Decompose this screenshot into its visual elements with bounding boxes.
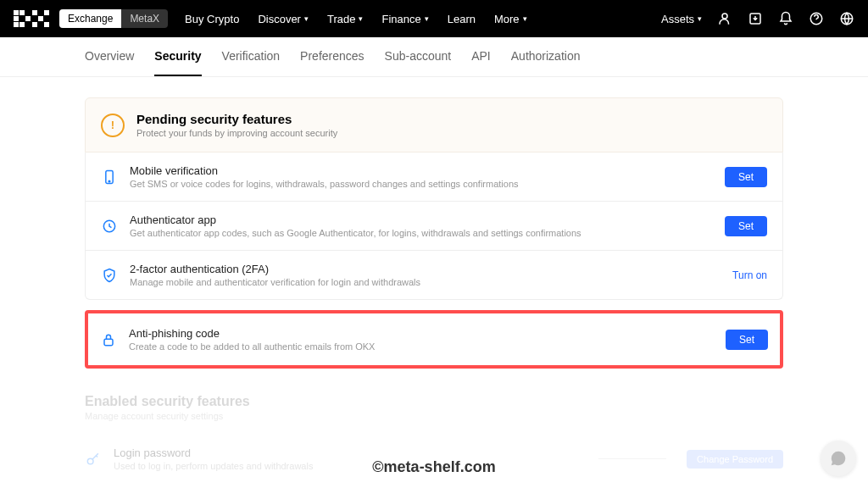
bell-icon[interactable] <box>778 11 793 26</box>
turn-on-link[interactable]: Turn on <box>732 269 767 281</box>
tab-sub-account[interactable]: Sub-account <box>385 37 452 76</box>
chevron-down-icon: ▾ <box>359 14 363 23</box>
warning-icon: ! <box>101 114 125 137</box>
feature-anti-phishing: Anti-phishing code Create a code to be a… <box>88 313 780 365</box>
feature-title: Login password <box>114 446 587 459</box>
enabled-title: Enabled security features <box>85 394 783 409</box>
feature-2fa: 2-factor authentication (2FA) Manage mob… <box>86 250 782 299</box>
lock-icon <box>100 331 117 348</box>
feature-title: Mobile verification <box>130 164 713 177</box>
user-icon[interactable] <box>717 11 732 26</box>
pending-banner: ! Pending security features Protect your… <box>85 97 783 152</box>
set-button[interactable]: Set <box>725 167 767 187</box>
feature-title: Anti-phishing code <box>129 327 714 340</box>
brand-logo[interactable] <box>14 10 49 27</box>
pending-title: Pending security features <box>136 112 337 126</box>
anti-phishing-highlight: Anti-phishing code Create a code to be a… <box>85 310 783 369</box>
chevron-down-icon: ▾ <box>304 14 309 23</box>
authenticator-icon <box>101 218 118 235</box>
phone-icon <box>101 169 118 186</box>
chevron-down-icon: ▾ <box>425 14 429 23</box>
nav-links: Buy Crypto Discover▾ Trade▾ Finance▾ Lea… <box>185 13 527 25</box>
tab-verification[interactable]: Verification <box>222 37 280 76</box>
help-icon[interactable] <box>809 11 824 26</box>
nav-assets[interactable]: Assets▾ <box>661 13 702 25</box>
svg-point-5 <box>108 180 110 182</box>
shield-icon <box>101 267 118 284</box>
tab-security[interactable]: Security <box>154 37 201 76</box>
svg-point-8 <box>87 458 93 464</box>
feature-desc: Used to log in, perform updates and with… <box>114 461 587 471</box>
nav-more[interactable]: More▾ <box>494 13 527 25</box>
enabled-subtitle: Manage account security settings <box>85 411 783 421</box>
toggle-exchange[interactable]: Exchange <box>59 9 121 28</box>
nav-discover[interactable]: Discover▾ <box>258 13 309 25</box>
feature-desc: Manage mobile and authenticator verifica… <box>130 277 721 287</box>
watermark: ©meta-shelf.com <box>372 458 495 476</box>
pending-subtitle: Protect your funds by improving account … <box>136 128 337 138</box>
feature-email-verification: Email verification Used to verify for lo… <box>85 481 783 488</box>
account-tabs: Overview Security Verification Preferenc… <box>0 37 868 77</box>
top-navbar: Exchange MetaX Buy Crypto Discover▾ Trad… <box>0 0 868 37</box>
tab-api[interactable]: API <box>471 37 491 76</box>
tab-preferences[interactable]: Preferences <box>300 37 364 76</box>
feature-title: 2-factor authentication (2FA) <box>130 263 721 275</box>
chevron-down-icon: ▾ <box>698 14 702 23</box>
feature-mobile-verification: Mobile verification Get SMS or voice cod… <box>86 152 782 201</box>
feature-authenticator-app: Authenticator app Get authenticator app … <box>86 201 782 250</box>
nav-learn[interactable]: Learn <box>448 13 476 25</box>
globe-icon[interactable] <box>839 11 854 26</box>
feature-desc: Create a code to be added to all authent… <box>129 341 714 352</box>
key-icon <box>85 451 102 468</box>
nav-right: Assets▾ <box>661 11 854 26</box>
svg-rect-7 <box>104 339 113 346</box>
toggle-metax[interactable]: MetaX <box>121 9 168 28</box>
nav-finance[interactable]: Finance▾ <box>381 13 428 25</box>
feature-desc: Get authenticator app codes, such as Goo… <box>130 228 713 238</box>
change-password-button[interactable]: Change Password <box>687 450 783 469</box>
feature-desc: Get SMS or voice codes for logins, withd… <box>130 179 713 189</box>
feature-title: Authenticator app <box>130 214 713 226</box>
set-button[interactable]: Set <box>726 330 768 350</box>
content-area: ! Pending security features Protect your… <box>0 77 868 488</box>
download-icon[interactable] <box>748 11 763 26</box>
nav-buy-crypto[interactable]: Buy Crypto <box>185 13 239 25</box>
mode-toggle: Exchange MetaX <box>59 9 168 28</box>
set-button[interactable]: Set <box>725 216 767 236</box>
tab-overview[interactable]: Overview <box>85 37 134 76</box>
chevron-down-icon: ▾ <box>523 14 527 23</box>
chat-bubble-icon[interactable] <box>821 441 856 476</box>
svg-point-0 <box>722 14 727 19</box>
tab-authorization[interactable]: Authorization <box>511 37 581 76</box>
pending-feature-list: Mobile verification Get SMS or voice cod… <box>85 152 783 300</box>
nav-trade[interactable]: Trade▾ <box>327 13 363 25</box>
